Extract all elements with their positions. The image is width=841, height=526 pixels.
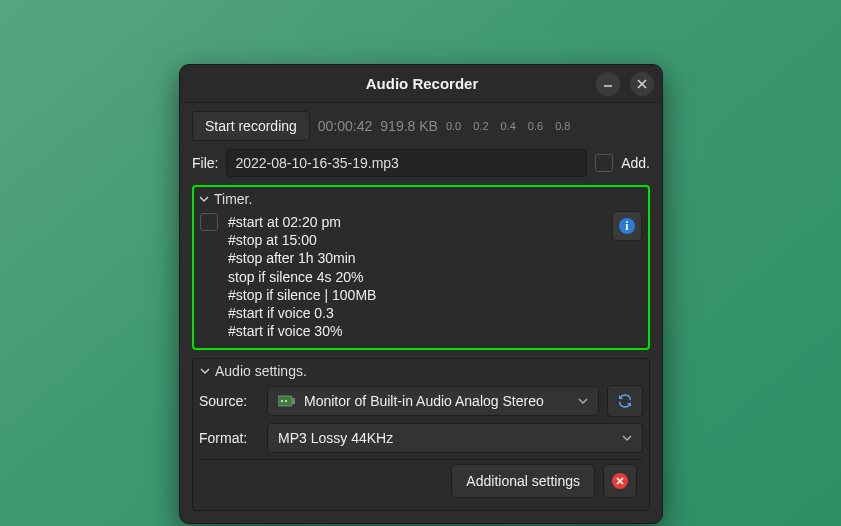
- chevron-down-icon: [199, 365, 211, 377]
- soundcard-icon: [278, 394, 296, 408]
- titlebar: Audio Recorder: [180, 65, 662, 103]
- refresh-icon: [617, 393, 633, 409]
- close-button[interactable]: [630, 72, 654, 96]
- chevron-down-icon: [622, 430, 632, 446]
- minimize-button[interactable]: [596, 72, 620, 96]
- source-select[interactable]: Monitor of Built-in Audio Analog Stereo: [267, 386, 599, 416]
- audio-header: Audio settings.: [215, 363, 307, 379]
- chevron-down-icon: [578, 393, 588, 409]
- timer-expander[interactable]: Timer.: [198, 191, 644, 207]
- timer-enable-checkbox[interactable]: [200, 213, 218, 231]
- app-window: Audio Recorder Start recording 00:00:42 …: [179, 64, 663, 524]
- recording-toolbar: Start recording 00:00:42 919.8 KB 0.0 0.…: [192, 111, 650, 141]
- timer-info-button[interactable]: i: [612, 211, 642, 241]
- chevron-down-icon: [198, 193, 210, 205]
- filename-input[interactable]: [226, 149, 587, 177]
- svg-point-4: [281, 400, 283, 402]
- add-label: Add.: [621, 155, 650, 171]
- additional-settings-button[interactable]: Additional settings: [451, 464, 595, 498]
- file-size: 919.8 KB: [380, 118, 438, 134]
- timer-script[interactable]: #start at 02:20 pm #stop at 15:00 #stop …: [224, 211, 606, 342]
- window-title: Audio Recorder: [248, 75, 596, 92]
- file-row: File: Add.: [192, 149, 650, 177]
- refresh-sources-button[interactable]: [607, 385, 643, 417]
- source-label: Source:: [199, 393, 259, 409]
- source-row: Source: Monitor of Built-in Audio Analog…: [199, 385, 643, 417]
- elapsed-time: 00:00:42: [318, 118, 373, 134]
- audio-expander[interactable]: Audio settings.: [199, 363, 643, 379]
- info-icon: i: [619, 218, 635, 234]
- close-icon: [612, 473, 628, 489]
- start-recording-button[interactable]: Start recording: [192, 111, 310, 141]
- source-value: Monitor of Built-in Audio Analog Stereo: [304, 393, 544, 409]
- audio-settings-panel: Audio settings. Source:: [192, 358, 650, 511]
- format-value: MP3 Lossy 44KHz: [278, 430, 393, 446]
- quit-button[interactable]: [603, 464, 637, 498]
- format-select[interactable]: MP3 Lossy 44KHz: [267, 423, 643, 453]
- format-row: Format: MP3 Lossy 44KHz: [199, 423, 643, 453]
- timer-header: Timer.: [214, 191, 252, 207]
- format-label: Format:: [199, 430, 259, 446]
- svg-rect-6: [292, 398, 295, 404]
- timer-panel: Timer. #start at 02:20 pm #stop at 15:00…: [192, 185, 650, 350]
- level-scale: 0.0 0.2 0.4 0.6 0.8: [446, 120, 570, 132]
- add-checkbox[interactable]: [595, 154, 613, 172]
- file-label: File:: [192, 155, 218, 171]
- svg-point-5: [285, 400, 287, 402]
